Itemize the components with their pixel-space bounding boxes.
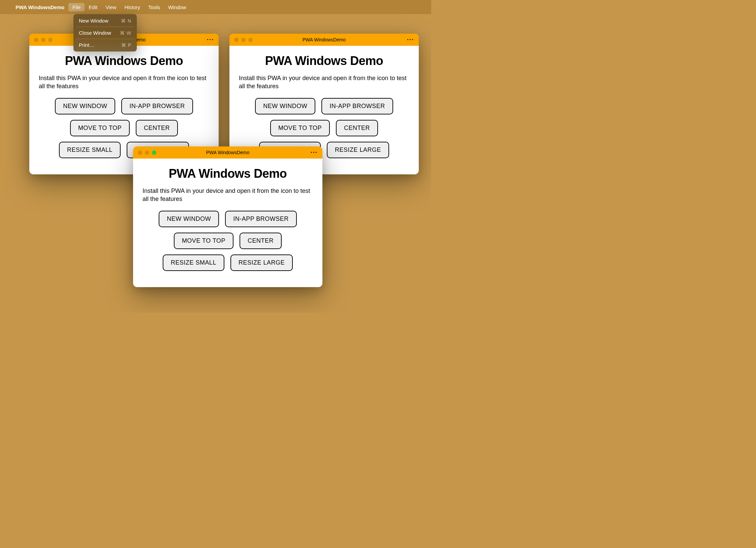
menu-item-shortcut: ⌘ W [120, 30, 131, 36]
menubar-edit[interactable]: Edit [85, 3, 101, 11]
move-to-top-button[interactable]: MOVE TO TOP [70, 120, 130, 136]
resize-small-button[interactable]: RESIZE SMALL [59, 142, 121, 158]
center-button[interactable]: CENTER [336, 120, 378, 136]
menu-item-shortcut: ⌘ N [121, 18, 131, 24]
minimize-icon[interactable] [241, 38, 246, 42]
minimize-icon[interactable] [41, 38, 45, 42]
pwa-window-3: PWA WindowsDemo ··· PWA Windows Demo Ins… [133, 146, 322, 287]
move-to-top-button[interactable]: MOVE TO TOP [174, 233, 233, 249]
menu-close-window[interactable]: Close Window ⌘ W [73, 28, 137, 38]
new-window-button[interactable]: NEW WINDOW [159, 211, 219, 227]
menu-item-label: Close Window [79, 30, 111, 36]
close-icon[interactable] [138, 150, 142, 155]
window-title: PWA WindowsDemo [303, 37, 346, 42]
traffic-lights [138, 150, 156, 155]
minimize-icon[interactable] [145, 150, 149, 155]
resize-large-button[interactable]: RESIZE LARGE [230, 254, 293, 271]
menubar-app-name[interactable]: PWA WindowsDemo [11, 3, 68, 11]
maximize-icon[interactable] [248, 38, 253, 42]
window-title: PWA WindowsDemo [206, 150, 250, 155]
new-window-button[interactable]: NEW WINDOW [255, 98, 315, 114]
menubar-window[interactable]: Window [164, 3, 190, 11]
center-button[interactable]: CENTER [240, 233, 282, 249]
in-app-browser-button[interactable]: IN-APP BROWSER [121, 98, 193, 114]
resize-small-button[interactable]: RESIZE SMALL [163, 254, 224, 271]
window-content: PWA Windows Demo Install this PWA in you… [133, 159, 322, 287]
page-title: PWA Windows Demo [39, 54, 209, 68]
new-window-button[interactable]: NEW WINDOW [55, 98, 115, 114]
menu-separator [76, 39, 134, 39]
in-app-browser-button[interactable]: IN-APP BROWSER [321, 98, 393, 114]
menu-separator [76, 27, 134, 27]
menu-item-label: New Window [79, 18, 108, 24]
maximize-icon[interactable] [152, 150, 156, 155]
maximize-icon[interactable] [48, 38, 53, 42]
menubar-history[interactable]: History [120, 3, 144, 11]
close-icon[interactable] [234, 38, 239, 42]
menu-item-label: Print… [79, 42, 94, 48]
file-dropdown-menu: New Window ⌘ N Close Window ⌘ W Print… ⌘… [73, 14, 137, 52]
page-description: Install this PWA in your device and open… [239, 74, 409, 91]
menu-new-window[interactable]: New Window ⌘ N [73, 16, 137, 26]
menubar-tools[interactable]: Tools [144, 3, 164, 11]
page-title: PWA Windows Demo [239, 54, 409, 68]
traffic-lights [234, 38, 253, 42]
more-icon[interactable]: ··· [311, 149, 318, 156]
more-icon[interactable]: ··· [407, 36, 414, 43]
resize-large-button[interactable]: RESIZE LARGE [327, 142, 389, 158]
window-titlebar[interactable]: PWA WindowsDemo ··· [229, 34, 419, 46]
page-description: Install this PWA in your device and open… [143, 187, 313, 203]
page-title: PWA Windows Demo [143, 167, 313, 181]
menu-print[interactable]: Print… ⌘ P [73, 40, 137, 50]
center-button[interactable]: CENTER [136, 120, 178, 136]
more-icon[interactable]: ··· [207, 36, 214, 43]
page-description: Install this PWA in your device and open… [39, 74, 209, 91]
traffic-lights [34, 38, 53, 42]
macos-menubar: PWA WindowsDemo File Edit View History T… [0, 0, 431, 14]
menubar-view[interactable]: View [101, 3, 120, 11]
close-icon[interactable] [34, 38, 38, 42]
menu-item-shortcut: ⌘ P [121, 42, 131, 48]
in-app-browser-button[interactable]: IN-APP BROWSER [225, 211, 297, 227]
move-to-top-button[interactable]: MOVE TO TOP [270, 120, 330, 136]
window-titlebar[interactable]: PWA WindowsDemo ··· [133, 146, 322, 159]
menubar-file[interactable]: File [68, 3, 85, 11]
